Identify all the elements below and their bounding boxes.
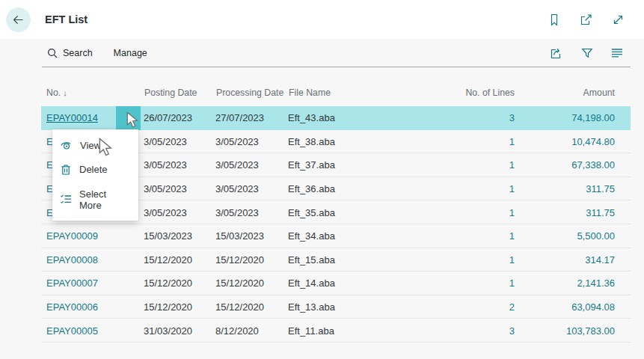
processing-date-cell: 27/07/2023	[215, 112, 288, 123]
open-in-new-window-button[interactable]	[578, 12, 594, 28]
processing-date-cell: 15/03/2023	[215, 230, 288, 242]
action-toolbar: Search Manage	[42, 39, 631, 67]
no-of-lines-cell[interactable]: 1	[400, 254, 515, 266]
row-context-menu: View Delete Select More	[52, 129, 138, 221]
file-name-cell: Eft_36.aba	[288, 183, 400, 194]
back-arrow-icon	[12, 13, 25, 26]
posting-date-cell: 3/05/2023	[144, 136, 215, 147]
column-header-posting-date[interactable]: Posting Date	[144, 88, 215, 99]
trash-icon	[60, 164, 72, 176]
amount-cell: 10,474.80	[515, 136, 615, 147]
posting-date-cell: 3/05/2023	[144, 207, 215, 218]
toolbar-right-actions	[549, 46, 625, 61]
vertical-ellipsis-icon	[127, 112, 130, 124]
expand-icon	[612, 13, 625, 26]
manage-label: Manage	[114, 48, 147, 58]
eye-icon	[60, 140, 73, 151]
file-name-cell: Eft_34.aba	[288, 230, 400, 242]
show-list-button[interactable]	[610, 46, 625, 60]
menu-item-select-more-label: Select More	[79, 188, 131, 211]
posting-date-cell: 26/07/2023	[144, 112, 215, 123]
processing-date-cell: 15/12/2020	[215, 301, 288, 313]
filter-button[interactable]	[580, 46, 595, 61]
amount-cell: 311.75	[515, 183, 615, 194]
table-row[interactable]: EPAY00014 26/07/2023 27/07/2023 Eft_43.a…	[41, 106, 631, 130]
file-name-cell: Eft_14.aba	[288, 277, 400, 289]
bookmark-button[interactable]	[547, 12, 562, 28]
amount-cell: 314.17	[515, 254, 615, 266]
processing-date-cell: 3/05/2023	[215, 207, 288, 218]
file-name-cell: Eft_11.aba	[288, 325, 400, 337]
expand-button[interactable]	[610, 12, 626, 28]
processing-date-cell: 3/05/2023	[215, 183, 288, 194]
eft-number-link[interactable]: EPAY00006	[46, 301, 98, 313]
search-label: Search	[63, 48, 93, 58]
no-of-lines-cell[interactable]: 1	[400, 277, 515, 289]
eft-number-link[interactable]: EPAY00007	[46, 277, 98, 289]
filter-icon	[581, 47, 593, 59]
manage-button[interactable]: Manage	[108, 45, 153, 61]
no-of-lines-cell[interactable]: 3	[400, 112, 515, 123]
menu-item-view-label: View	[80, 140, 101, 151]
processing-date-cell: 8/12/2020	[215, 325, 288, 337]
menu-item-view[interactable]: View	[52, 133, 138, 157]
eft-number-link[interactable]: EPAY00014	[46, 112, 98, 123]
eft-number-link[interactable]: EPAY00009	[46, 230, 98, 242]
processing-date-cell: 3/05/2023	[215, 159, 288, 171]
share-button[interactable]	[549, 46, 565, 61]
posting-date-cell: 3/05/2023	[144, 159, 215, 171]
column-header-no-of-lines[interactable]: No. of Lines	[400, 88, 515, 99]
file-name-cell: Eft_35.aba	[288, 207, 400, 218]
column-header-processing-date[interactable]: Processing Date	[215, 88, 288, 99]
bookmark-icon	[548, 13, 560, 26]
amount-cell: 311.75	[515, 207, 615, 218]
menu-item-delete[interactable]: Delete	[52, 157, 138, 182]
table-row[interactable]: EPAY00005 31/03/2020 8/12/2020 Eft_11.ab…	[41, 319, 631, 343]
search-icon	[47, 48, 58, 58]
posting-date-cell: 15/12/2020	[144, 254, 215, 266]
table-row[interactable]: EPAY00009 15/03/2023 15/03/2023 Eft_34.a…	[41, 224, 631, 248]
open-in-new-window-icon	[580, 13, 592, 26]
no-of-lines-cell[interactable]: 2	[400, 301, 515, 313]
select-more-icon	[60, 194, 72, 205]
table-row[interactable]: EPAY00007 15/12/2020 15/12/2020 Eft_14.a…	[41, 271, 631, 295]
amount-cell: 74,198.00	[515, 112, 615, 123]
no-of-lines-cell[interactable]: 1	[400, 207, 515, 218]
posting-date-cell: 15/12/2020	[144, 277, 215, 289]
no-of-lines-cell[interactable]: 1	[400, 136, 515, 147]
column-header-amount[interactable]: Amount	[515, 88, 615, 99]
titlebar: EFT List	[0, 0, 644, 39]
file-name-cell: Eft_37.aba	[288, 159, 400, 171]
file-name-cell: Eft_15.aba	[288, 254, 400, 266]
no-of-lines-cell[interactable]: 1	[400, 183, 515, 194]
posting-date-cell: 31/03/2020	[144, 325, 215, 337]
no-of-lines-cell[interactable]: 3	[400, 325, 515, 337]
amount-cell: 103,783.00	[515, 325, 615, 337]
amount-cell: 63,094.08	[515, 301, 615, 313]
table-row[interactable]: EPAY00006 15/12/2020 15/12/2020 Eft_13.a…	[41, 295, 631, 319]
eft-number-link[interactable]: EPAY00008	[46, 254, 98, 266]
processing-date-cell: 15/12/2020	[215, 277, 288, 289]
amount-cell: 67,338.00	[515, 159, 615, 171]
table-header: No.↓ Posting Date Processing Date File N…	[41, 67, 631, 106]
posting-date-cell: 15/03/2023	[144, 230, 215, 242]
column-header-no[interactable]: No.↓	[41, 88, 116, 99]
file-name-cell: Eft_38.aba	[288, 136, 400, 147]
list-view-icon	[611, 48, 623, 58]
file-name-cell: Eft_13.aba	[288, 301, 400, 313]
sort-descending-icon: ↓	[63, 88, 67, 97]
amount-cell: 2,141.36	[515, 277, 615, 289]
back-button[interactable]	[6, 7, 31, 32]
menu-item-select-more[interactable]: Select More	[52, 182, 138, 217]
column-header-file-name[interactable]: File Name	[288, 88, 400, 99]
eft-number-link[interactable]: EPAY00005	[46, 325, 98, 337]
no-of-lines-cell[interactable]: 1	[400, 159, 515, 171]
page-title: EFT List	[45, 13, 88, 25]
table-row[interactable]: EPAY00008 15/12/2020 15/12/2020 Eft_15.a…	[41, 248, 631, 272]
share-icon	[551, 47, 563, 59]
no-of-lines-cell[interactable]: 1	[400, 230, 515, 242]
row-menu-button[interactable]	[116, 106, 141, 130]
search-button[interactable]: Search	[42, 45, 98, 61]
processing-date-cell: 3/05/2023	[215, 136, 288, 147]
posting-date-cell: 3/05/2023	[144, 183, 215, 194]
